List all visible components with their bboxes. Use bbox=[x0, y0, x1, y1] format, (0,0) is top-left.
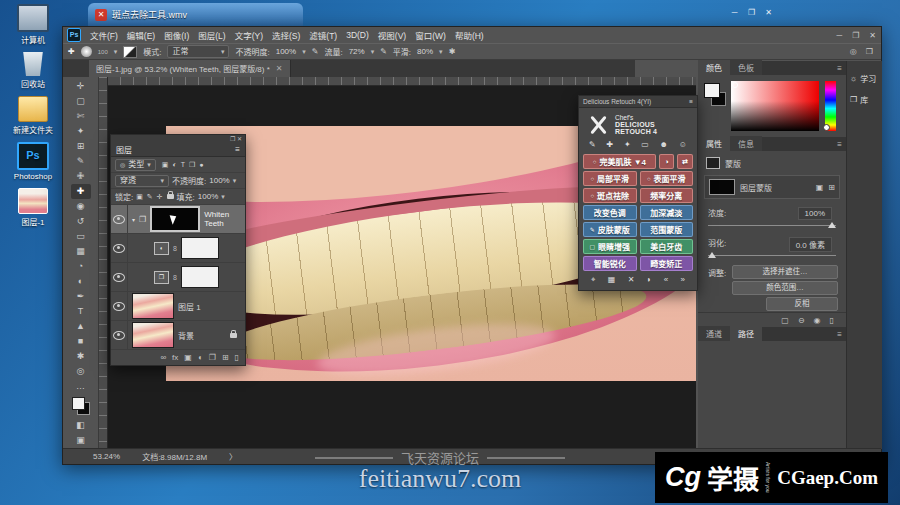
adjustment-thumbnail[interactable] bbox=[181, 237, 219, 259]
layers-panel-titlebar[interactable]: 图层 ≡ bbox=[111, 143, 245, 157]
history-brush-tool-icon[interactable]: ↺ bbox=[71, 214, 91, 229]
tab-close-icon[interactable]: ✕ bbox=[276, 64, 283, 73]
tab-properties[interactable]: 属性 bbox=[698, 136, 730, 151]
layer-thumbnail[interactable] bbox=[132, 293, 174, 319]
toggle-mask-icon[interactable]: ◉ bbox=[814, 316, 821, 325]
caret-icon[interactable]: ▾ bbox=[221, 193, 225, 201]
hand-tool-icon[interactable]: ✱ bbox=[71, 349, 91, 364]
magic-wand-tool-icon[interactable]: ✦ bbox=[71, 124, 91, 139]
pen-tool-icon[interactable]: ✒ bbox=[71, 289, 91, 304]
eraser-tool-icon[interactable]: ▭ bbox=[71, 229, 91, 244]
spot-healing-tool-icon[interactable]: ✙ bbox=[71, 169, 91, 184]
desktop-icon-computer[interactable]: 计算机 bbox=[5, 4, 61, 45]
lock-paint-icon[interactable]: ✎ bbox=[147, 193, 153, 201]
eye-enhance-button[interactable]: ▢眼睛增强 bbox=[583, 239, 637, 254]
range-mask-button[interactable]: 范围蒙版 bbox=[640, 222, 694, 237]
marquee-tool-icon[interactable]: ▢ bbox=[71, 94, 91, 109]
move-tool-icon[interactable]: ✛ bbox=[71, 79, 91, 94]
caret-icon[interactable]: ▾ bbox=[233, 177, 237, 185]
player-maximize-icon[interactable]: ❐ bbox=[744, 7, 759, 19]
edit-toolbar-icon[interactable]: … bbox=[71, 379, 91, 394]
gradient-tool-icon[interactable]: ▦ bbox=[71, 244, 91, 259]
dr-next-icon[interactable]: » bbox=[680, 275, 684, 285]
visibility-cell[interactable] bbox=[111, 321, 128, 349]
lock-pixels-icon[interactable]: ▣ bbox=[136, 193, 143, 201]
desktop-icon-photoshop[interactable]: Ps Photoshop bbox=[5, 142, 61, 181]
spot-removal-button[interactable]: ○斑点祛除 bbox=[583, 188, 637, 203]
desktop-icon-image[interactable]: 图层-1 bbox=[5, 188, 61, 227]
frequency-separation-button[interactable]: 频率分离 bbox=[640, 188, 694, 203]
color-swatches[interactable] bbox=[71, 396, 91, 416]
eyedropper-tool-icon[interactable]: ✎ bbox=[71, 154, 91, 169]
dr-palette-button[interactable]: ◑ bbox=[659, 154, 675, 169]
dr-portrait-plus-icon[interactable]: ☺ bbox=[679, 140, 687, 149]
zoom-tool-icon[interactable]: ◎ bbox=[71, 364, 91, 379]
path-select-tool-icon[interactable]: ▲ bbox=[71, 319, 91, 334]
tab-channels[interactable]: 通道 bbox=[698, 326, 730, 341]
smooth-caret-icon[interactable]: ▾ bbox=[439, 48, 443, 56]
menu-edit[interactable]: 编辑(E) bbox=[127, 29, 155, 41]
group-mask-thumbnail[interactable] bbox=[150, 206, 200, 232]
menu-image[interactable]: 图像(I) bbox=[164, 29, 189, 41]
screen-mode-icon[interactable]: ▣ bbox=[71, 433, 91, 448]
brush-caret-icon[interactable]: ▾ bbox=[114, 48, 118, 56]
status-arrow-icon[interactable]: 〉 bbox=[229, 451, 237, 462]
adjustment-thumbnail[interactable] bbox=[181, 266, 219, 288]
panel-menu-icon[interactable]: ≡ bbox=[837, 140, 842, 149]
menu-help[interactable]: 帮助(H) bbox=[455, 29, 484, 41]
tab-paths[interactable]: 路径 bbox=[730, 326, 762, 341]
skin-mask-button[interactable]: ✎皮肤蒙版 bbox=[583, 222, 637, 237]
visibility-cell[interactable] bbox=[111, 205, 128, 233]
smooth-value[interactable]: 80% bbox=[417, 47, 433, 56]
feather-value[interactable]: 0.0 像素 bbox=[789, 237, 832, 252]
player-minimize-icon[interactable]: ─ bbox=[727, 7, 742, 19]
perfect-skin-button[interactable]: ○ 完美肌肤 ▼4 bbox=[583, 154, 656, 169]
dr-grid-icon[interactable]: ▦ bbox=[608, 275, 616, 285]
new-group-icon[interactable]: ❐ bbox=[209, 353, 216, 362]
shape-tool-icon[interactable]: ■ bbox=[71, 334, 91, 349]
dr-brush-icon[interactable]: ✎ bbox=[589, 140, 596, 149]
lock-all-icon[interactable] bbox=[167, 194, 174, 199]
layer-mask-thumbnail[interactable] bbox=[709, 179, 735, 195]
dr-switch-button[interactable]: ⇄ bbox=[677, 154, 693, 169]
visibility-cell[interactable] bbox=[111, 292, 128, 320]
type-tool-icon[interactable]: T bbox=[71, 304, 91, 319]
filter-adjustment-icon[interactable]: ◐ bbox=[172, 161, 176, 169]
flow-caret-icon[interactable]: ▾ bbox=[371, 48, 375, 56]
panel-menu-icon[interactable]: ≡ bbox=[689, 98, 693, 105]
panel-menu-icon[interactable]: ≡ bbox=[235, 145, 240, 154]
clone-stamp-tool-icon[interactable]: ◉ bbox=[71, 199, 91, 214]
blur-tool-icon[interactable]: ◔ bbox=[71, 259, 91, 274]
menu-view[interactable]: 视图(V) bbox=[378, 29, 406, 41]
menu-file[interactable]: 文件(F) bbox=[90, 29, 118, 41]
blend-mode-select[interactable]: 穿透 ▾ bbox=[115, 175, 169, 187]
adjustment-icon[interactable]: ◐ bbox=[198, 353, 203, 362]
menu-3d[interactable]: 3D(D) bbox=[346, 30, 369, 40]
layer-name[interactable]: 图层 1 bbox=[178, 301, 201, 312]
filter-pixel-icon[interactable]: ▣ bbox=[162, 161, 169, 169]
crop-tool-icon[interactable]: ⊞ bbox=[71, 139, 91, 154]
layer-row-background[interactable]: 背景 bbox=[111, 321, 245, 350]
lasso-tool-icon[interactable]: ✄ bbox=[71, 109, 91, 124]
dr-chat-icon[interactable]: ◗ bbox=[647, 275, 652, 285]
document-tab[interactable]: 图层-1.jpg @ 53.2% (Whiten Teeth, 图层蒙版/8) … bbox=[89, 60, 291, 77]
tab-info[interactable]: 信息 bbox=[730, 136, 762, 151]
menu-type[interactable]: 文字(Y) bbox=[235, 29, 263, 41]
new-layer-icon[interactable]: ⊞ bbox=[222, 353, 229, 362]
opacity-caret-icon[interactable]: ▾ bbox=[302, 48, 306, 56]
feather-slider[interactable] bbox=[708, 255, 836, 256]
layer-name[interactable]: 背景 bbox=[178, 330, 194, 341]
density-value[interactable]: 100% bbox=[798, 207, 832, 220]
lens-correction-button[interactable]: 畸变矫正 bbox=[640, 256, 694, 271]
layer-row-group[interactable]: ▾ ❐ Whiten Teeth bbox=[111, 205, 245, 234]
smart-sharpen-button[interactable]: 智能锐化 bbox=[583, 256, 637, 271]
select-and-mask-button[interactable]: 选择并遮住… bbox=[732, 265, 838, 279]
filter-smart-icon[interactable]: ● bbox=[199, 161, 203, 169]
hue-slider-thumb[interactable] bbox=[823, 124, 830, 131]
dr-patch-icon[interactable]: ▭ bbox=[641, 140, 649, 149]
opacity-value[interactable]: 100% bbox=[276, 47, 296, 56]
foreground-color-swatch[interactable] bbox=[72, 397, 85, 410]
layer-name[interactable]: Whiten Teeth bbox=[204, 210, 245, 228]
panel-close-icon[interactable]: ✕ bbox=[237, 136, 242, 142]
surface-smooth-button[interactable]: ○表面平滑 bbox=[640, 171, 694, 186]
